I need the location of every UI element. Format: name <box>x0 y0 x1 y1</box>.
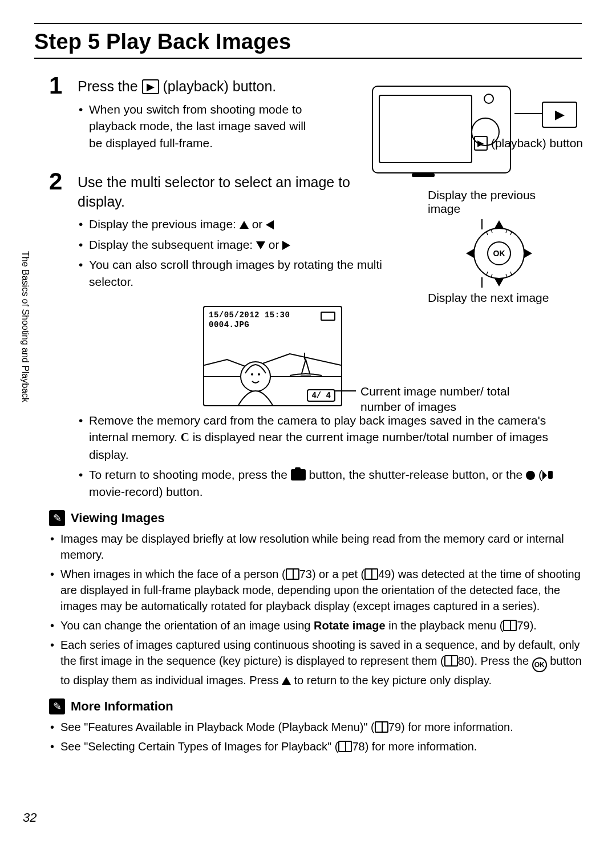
step-2-bullet: Display the subsequent image: or <box>78 236 386 253</box>
camera-back-illustration <box>372 86 511 173</box>
page-ref-icon <box>444 655 458 667</box>
page-ref-icon <box>338 741 352 752</box>
multi-selector-icon: OK <box>459 219 539 288</box>
rule <box>34 23 582 24</box>
note-title: Viewing Images <box>71 511 165 526</box>
svg-marker-17 <box>301 360 310 375</box>
step-2-bullet: Remove the memory card from the camera t… <box>78 412 582 463</box>
svg-marker-3 <box>495 278 504 286</box>
step-2-bullet: Display the previous image: or <box>78 216 386 232</box>
right-arrow-icon <box>282 241 290 250</box>
step-2-heading: Use the multi selector to select an imag… <box>78 173 386 212</box>
rule <box>34 58 582 59</box>
selector-caption-bottom: Display the next image <box>428 291 570 305</box>
page-ref-icon <box>364 568 378 580</box>
page-ref-icon <box>375 721 388 733</box>
selector-caption-top: Display the previous image <box>428 188 570 216</box>
ok-button-icon: OK <box>532 657 547 672</box>
page-number: 32 <box>23 810 37 825</box>
lcd-screen: 15/05/2012 15:30 0004.JPG 4/ 4 <box>203 306 342 406</box>
svg-point-21 <box>258 373 260 375</box>
playback-icon: ▶ <box>142 79 159 94</box>
note-bullet: When images in which the face of a perso… <box>49 566 582 614</box>
svg-marker-4 <box>466 249 474 258</box>
manual-page: The Basics of Shooting and Playback Step… <box>0 0 616 848</box>
note-bullet: Images may be displayed briefly at low r… <box>49 531 582 563</box>
step-2-bullet: You can also scroll through images by ro… <box>78 256 386 290</box>
record-dot-icon <box>526 471 535 480</box>
section-tab: The Basics of Shooting and Playback <box>17 245 37 422</box>
lcd-count-caption: Current image number/ total number of im… <box>360 383 522 415</box>
movie-record-icon <box>542 471 553 480</box>
battery-icon <box>321 312 335 321</box>
lcd-filename: 0004.JPG <box>209 320 290 330</box>
up-arrow-icon <box>240 221 249 229</box>
ok-label: OK <box>493 249 505 258</box>
note-title: More Information <box>71 699 173 714</box>
internal-memory-icon: C <box>181 430 189 444</box>
pencil-icon: ✎ <box>49 510 65 526</box>
up-arrow-icon <box>282 677 291 685</box>
svg-marker-2 <box>495 220 504 228</box>
page-ref-icon <box>503 620 517 631</box>
text: Press the <box>78 78 142 94</box>
section-tab-label: The Basics of Shooting and Playback <box>17 245 30 402</box>
down-arrow-icon <box>256 241 265 249</box>
svg-point-20 <box>251 373 253 375</box>
step-2-bullet: To return to shooting mode, press the bu… <box>78 466 582 500</box>
page-title: Step 5 Play Back Images <box>34 30 582 54</box>
playback-button-label: ▶ (playback) button <box>474 136 583 151</box>
left-arrow-icon <box>266 220 274 229</box>
camera-figure: ▶ ▶ (playback) button <box>372 86 577 173</box>
camera-icon <box>291 469 306 480</box>
step-number: 1 <box>49 74 68 155</box>
page-ref-icon <box>286 568 299 580</box>
note-bullet: You can change the orientation of an ima… <box>49 617 582 633</box>
pencil-icon: ✎ <box>49 698 65 714</box>
note-bullet: See "Features Available in Playback Mode… <box>49 719 582 735</box>
text: (playback) button. <box>163 78 277 94</box>
step-1-bullet: When you switch from shooting mode to pl… <box>78 101 317 151</box>
playback-button-callout: ▶ <box>542 102 577 128</box>
lcd-image-count: 4/ 4 <box>307 389 335 402</box>
step-number: 2 <box>49 169 68 293</box>
note-heading: ✎ Viewing Images <box>49 510 582 526</box>
multi-selector-figure: Display the previous image OK Display <box>428 188 570 305</box>
note-bullet: See "Selecting Certain Types of Images f… <box>49 738 582 754</box>
playback-glyph: ▶ <box>555 107 565 122</box>
lcd-date: 15/05/2012 15:30 <box>209 310 290 321</box>
note-heading: ✎ More Information <box>49 698 582 714</box>
lcd-preview-figure: 15/05/2012 15:30 0004.JPG 4/ 4 <box>203 306 522 406</box>
svg-marker-5 <box>524 249 532 258</box>
note-bullet: Each series of images captured using con… <box>49 637 582 688</box>
